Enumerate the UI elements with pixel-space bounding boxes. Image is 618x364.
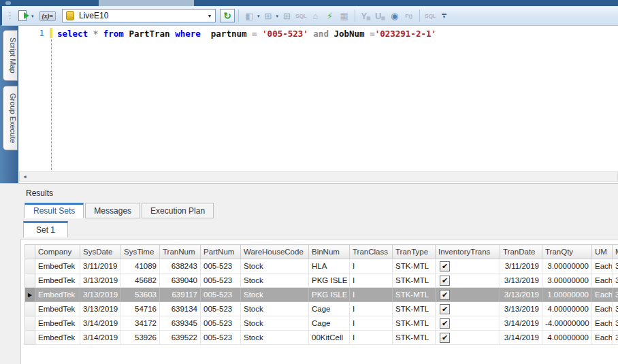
append-results-icon[interactable]: ⊞ [263,10,274,22]
table-row[interactable]: EmbedTek3/13/201945682639040005-523Stock… [25,274,618,288]
cell-company[interactable]: EmbedTek [35,274,80,288]
parameter-list-icon[interactable]: P() [403,10,414,22]
cell-tranqty[interactable]: 4.00000000 [542,302,592,316]
column-header-tranqty[interactable]: TranQty [542,245,592,259]
column-header-trandate[interactable]: TranDate [500,245,542,259]
table-row[interactable]: EmbedTek3/14/201953926639522005-523Stock… [25,331,618,345]
cell-systime[interactable]: 54716 [121,302,160,316]
cell-partnum[interactable]: 005-523 [201,288,241,302]
cell-trandate[interactable]: 3/14/2019 [500,316,542,331]
cell-m[interactable]: 3 [613,288,618,302]
cell-um[interactable]: Each [592,302,613,316]
toolbar-overflow-button[interactable]: ▾ [442,14,446,18]
column-header-warehousecode[interactable]: WareHouseCode [241,245,309,259]
column-header-trantype[interactable]: TranType [393,245,436,259]
cell-sysdate[interactable]: 3/14/2019 [80,331,121,345]
row-selector-cell[interactable] [25,259,35,274]
cell-binnum[interactable]: HLA [309,259,350,274]
editor-hscrollbar[interactable]: ◄ [19,171,618,182]
cell-um[interactable]: Each [592,274,613,288]
cell-partnum[interactable]: 005-523 [201,302,241,316]
row-selector-cell[interactable] [25,331,35,345]
checkbox-checked-icon[interactable]: ✔ [440,333,450,343]
cell-tranqty[interactable]: 3.00000000 [542,274,592,288]
cell-trantype[interactable]: STK-MTL [393,259,436,274]
column-filter-icon[interactable]: U▦ [374,10,386,22]
cell-sysdate[interactable]: 3/14/2019 [80,316,121,331]
cell-tranclass[interactable]: I [350,302,393,316]
execute-dropdown-caret[interactable]: ▾ [31,14,34,19]
cell-company[interactable]: EmbedTek [35,302,80,316]
cell-warehousecode[interactable]: Stock [241,331,309,345]
checkbox-checked-icon[interactable]: ✔ [440,290,450,300]
cell-company[interactable]: EmbedTek [35,288,80,302]
cell-partnum[interactable]: 005-523 [201,316,241,331]
row-selector-header[interactable] [25,245,35,259]
checkbox-checked-icon[interactable]: ✔ [440,304,450,314]
parameters-toggle-button[interactable]: (x)= [39,11,56,21]
cell-warehousecode[interactable]: Stock [241,316,309,331]
cell-trandate[interactable]: 3/13/2019 [500,274,542,288]
tab-messages[interactable]: Messages [85,203,140,218]
cell-trantype[interactable]: STK-MTL [393,274,436,288]
table-row[interactable]: ▶EmbedTek3/13/201953603639117005-523Stoc… [25,288,618,302]
cell-tranclass[interactable]: I [350,331,393,345]
table-row[interactable]: EmbedTek3/11/201941089638243005-523Stock… [25,259,618,274]
preview-eye-icon[interactable]: ◉ [389,10,400,22]
cell-tranqty[interactable]: -4.00000000 [542,316,592,331]
sql-options-icon[interactable]: SQL [425,10,436,22]
cell-tranqty[interactable]: 4.00000000 [542,331,592,345]
cell-um[interactable]: Each [592,331,613,345]
column-header-partnum[interactable]: PartNum [201,245,241,259]
cell-sysdate[interactable]: 3/13/2019 [80,274,121,288]
row-filter-icon[interactable]: Y▦ [360,10,372,22]
cell-systime[interactable]: 34172 [121,316,160,331]
table-row[interactable]: EmbedTek3/14/201934172639345005-523Stock… [25,316,618,331]
results-table-icon[interactable]: ▦ [338,10,350,22]
cell-trandate[interactable]: 3/13/2019 [500,288,542,302]
cell-warehousecode[interactable]: Stock [241,288,309,302]
cell-warehousecode[interactable]: Stock [241,302,309,316]
cell-tranclass[interactable]: I [350,274,393,288]
cell-binnum[interactable]: PKG ISLE [309,274,350,288]
window-tab[interactable] [99,0,194,6]
cell-inventorytrans[interactable]: ✔ [436,331,500,345]
cell-trannum[interactable]: 639117 [160,288,201,302]
cell-company[interactable]: EmbedTek [35,316,80,331]
column-header-systime[interactable]: SysTime [121,245,160,259]
cell-trantype[interactable]: STK-MTL [393,316,436,331]
dock-tab-script-map[interactable]: Script Map [3,30,18,81]
cell-partnum[interactable]: 005-523 [201,331,241,345]
cell-sysdate[interactable]: 3/11/2019 [80,259,121,274]
cell-partnum[interactable]: 005-523 [201,274,241,288]
refresh-connections-button[interactable]: ↻ [220,9,235,22]
scroll-left-arrow[interactable]: ◄ [20,172,30,181]
column-header-inventorytrans[interactable]: InventoryTrans [436,245,500,259]
cell-tranqty[interactable]: 1.00000000 [542,288,592,302]
cell-um[interactable]: Each [592,259,613,274]
connection-dropdown-caret[interactable]: ▼ [204,14,215,18]
cell-trannum[interactable]: 639134 [160,302,201,316]
cell-tranqty[interactable]: 3.00000000 [542,259,592,274]
cell-inventorytrans[interactable]: ✔ [436,316,500,331]
cell-tranclass[interactable]: I [350,259,393,274]
cell-binnum[interactable]: 00KitCell [309,331,350,345]
cell-trannum[interactable]: 638243 [160,259,201,274]
copy-results-icon[interactable]: ⊞ [281,10,293,22]
schema-objects-icon[interactable]: ⌂ [310,10,321,22]
cell-binnum[interactable]: Cage [309,302,350,316]
connection-combobox[interactable]: LiveE10 ▼ [62,9,216,22]
cell-trandate[interactable]: 3/11/2019 [500,259,542,274]
sql-editor[interactable]: 1 select * from PartTran where partnum =… [18,26,618,171]
execute-script-button[interactable] [17,10,31,22]
cell-company[interactable]: EmbedTek [35,259,80,274]
cell-m[interactable]: 3 [613,302,618,316]
cell-um[interactable]: Each [592,288,613,302]
cell-binnum[interactable]: PKG ISLE [309,288,350,302]
cell-tranclass[interactable]: I [350,316,393,331]
checkbox-checked-icon[interactable]: ✔ [440,318,450,329]
cell-m[interactable]: 3 [613,259,618,274]
tab-execution-plan[interactable]: Execution Plan [142,203,214,218]
row-selector-cell[interactable] [25,274,35,288]
column-header-binnum[interactable]: BinNum [309,245,350,259]
